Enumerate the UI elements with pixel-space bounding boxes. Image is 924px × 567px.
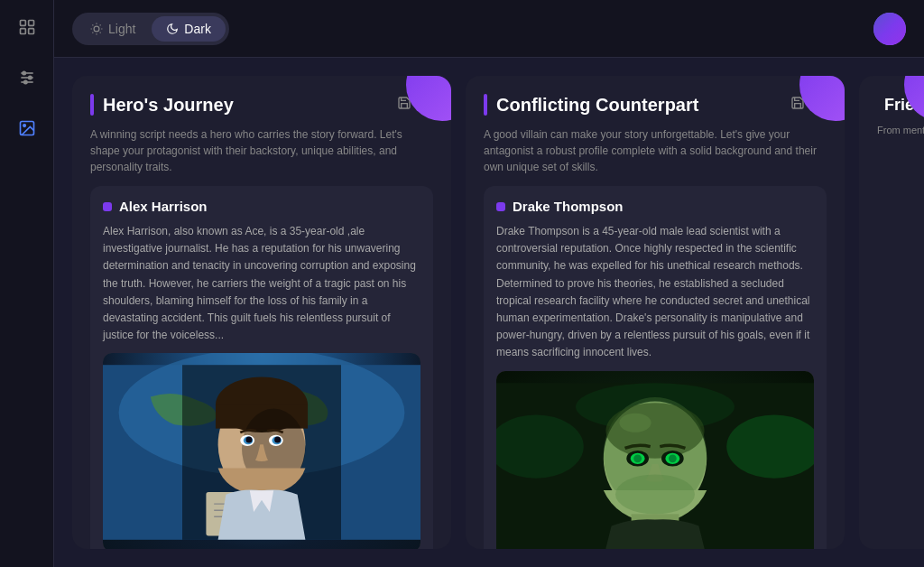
svg-line-16 bbox=[100, 32, 101, 33]
card-title-row-1: Hero's Journey bbox=[90, 94, 234, 116]
card-header-1: Hero's Journey bbox=[90, 94, 433, 116]
svg-point-54 bbox=[615, 474, 695, 514]
topbar: Light Dark bbox=[54, 0, 924, 58]
character-name-1: Alex Harrison bbox=[119, 199, 208, 214]
card-header-2: Conflicting Counterpart bbox=[484, 94, 827, 116]
user-avatar[interactable] bbox=[873, 13, 906, 45]
character-name-2: Drake Thompson bbox=[513, 199, 624, 214]
svg-rect-0 bbox=[20, 21, 25, 26]
svg-point-46 bbox=[605, 403, 704, 459]
card-description-2: A good villain can make your story unfor… bbox=[484, 126, 827, 175]
card-corner-accent-2 bbox=[790, 76, 845, 130]
card-title-row-2: Conflicting Counterpart bbox=[484, 94, 698, 116]
theme-toggle: Light Dark bbox=[72, 13, 229, 45]
sidebar-image-icon[interactable] bbox=[11, 112, 43, 144]
light-mode-button[interactable]: Light bbox=[76, 16, 150, 42]
svg-rect-1 bbox=[28, 21, 33, 26]
svg-point-34 bbox=[274, 437, 281, 443]
svg-line-20 bbox=[100, 24, 101, 25]
svg-point-53 bbox=[619, 413, 651, 432]
character-image-1 bbox=[103, 353, 420, 549]
light-label: Light bbox=[108, 22, 135, 36]
character-image-2 bbox=[496, 371, 814, 550]
dark-mode-button[interactable]: Dark bbox=[152, 16, 226, 42]
character-dot-2 bbox=[496, 202, 505, 211]
character-name-row-1: Alex Harrison bbox=[103, 199, 420, 214]
svg-line-19 bbox=[92, 32, 93, 33]
friends-card-partial: Friend... From mentors to s... narrative… bbox=[859, 76, 924, 549]
svg-point-33 bbox=[245, 437, 252, 443]
svg-point-52 bbox=[669, 454, 677, 462]
svg-line-15 bbox=[92, 24, 93, 25]
svg-point-51 bbox=[633, 454, 642, 462]
card-title-bar-2 bbox=[484, 94, 487, 116]
card-corner-accent-1 bbox=[397, 76, 451, 130]
card-corner-accent-3 bbox=[895, 76, 924, 130]
sidebar bbox=[0, 0, 54, 567]
card-title-bar-1 bbox=[90, 94, 94, 116]
card-description-1: A winning script needs a hero who carrie… bbox=[90, 126, 433, 175]
svg-point-7 bbox=[23, 71, 25, 74]
card-title-1: Hero's Journey bbox=[103, 95, 234, 116]
main-content: Light Dark Hero's Journey bbox=[54, 0, 924, 567]
character-section-2: Drake Thompson Drake Thompson is a 45-ye… bbox=[484, 186, 827, 549]
character-section-1: Alex Harrison Alex Harrison, also known … bbox=[90, 186, 433, 549]
character-name-row-2: Drake Thompson bbox=[496, 199, 814, 214]
svg-rect-3 bbox=[28, 29, 33, 34]
sidebar-menu-icon[interactable] bbox=[11, 11, 43, 43]
character-dot-1 bbox=[103, 202, 112, 211]
sidebar-sliders-icon[interactable] bbox=[11, 61, 43, 94]
character-bio-2: Drake Thompson is a 45-year-old male lea… bbox=[496, 223, 814, 362]
cards-container: Hero's Journey bbox=[54, 58, 924, 567]
svg-point-12 bbox=[94, 26, 99, 32]
heros-journey-card: Hero's Journey bbox=[72, 76, 451, 549]
svg-rect-2 bbox=[20, 29, 25, 34]
conflicting-counterpart-card: Conflicting Counterpart bbox=[466, 76, 845, 549]
dark-label: Dark bbox=[184, 22, 211, 36]
svg-point-8 bbox=[28, 76, 31, 79]
svg-point-11 bbox=[23, 125, 24, 127]
character-bio-1: Alex Harrison, also known as Ace, is a 3… bbox=[103, 223, 420, 344]
card-title-2: Conflicting Counterpart bbox=[496, 95, 698, 116]
svg-point-9 bbox=[23, 80, 26, 83]
